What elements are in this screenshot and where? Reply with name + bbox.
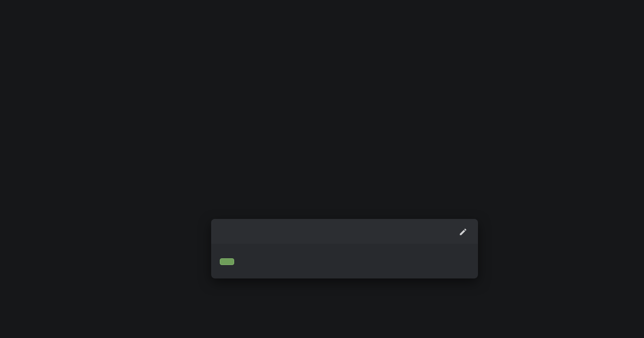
tooltip-body <box>211 244 478 278</box>
plot-area[interactable] <box>0 7 644 213</box>
panel-title <box>0 0 644 7</box>
line-chart-svg <box>0 7 644 213</box>
edit-annotation-button[interactable] <box>456 225 470 239</box>
pencil-icon <box>459 228 467 236</box>
chart-panel <box>0 0 644 338</box>
tooltip-header <box>211 219 478 244</box>
tooltip-tag[interactable] <box>220 258 234 265</box>
annotation-tooltip <box>211 219 478 278</box>
